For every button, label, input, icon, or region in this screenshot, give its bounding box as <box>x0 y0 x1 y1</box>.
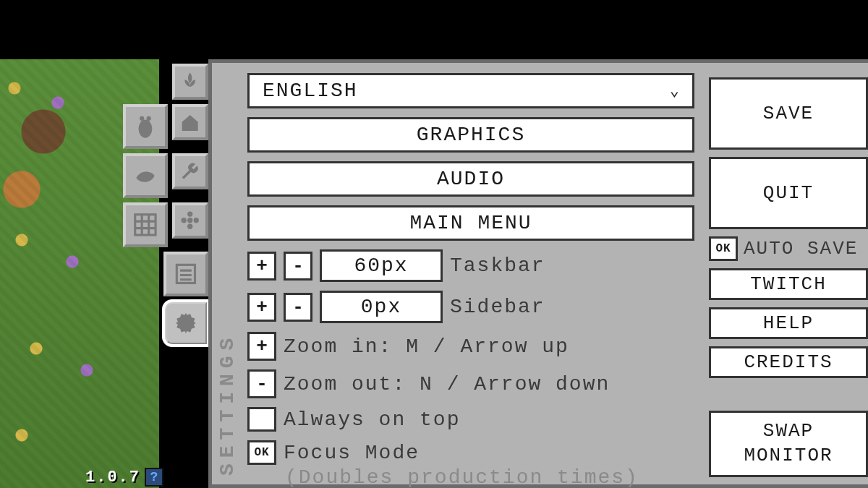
swap-monitor-button[interactable]: SWAP MONITOR <box>709 411 868 477</box>
svg-point-0 <box>139 120 153 138</box>
svg-point-1 <box>140 116 144 121</box>
sidebar-label: Sidebar <box>450 296 545 318</box>
swap-monitor-line2: MONITOR <box>744 444 833 468</box>
language-selected: ENGLISH <box>263 80 358 102</box>
focus-mode-note: (Doubles production times) <box>247 466 694 488</box>
taskbar-label: Taskbar <box>450 254 545 277</box>
twitch-button[interactable]: TWITCH <box>709 268 868 300</box>
taskbar-minus-button[interactable]: - <box>284 252 312 281</box>
panel-right-column: SAVE QUIT OK AUTO SAVE TWITCH HELP CREDI… <box>702 63 868 484</box>
sidebar-icon-column <box>107 64 208 481</box>
svg-point-6 <box>187 224 192 229</box>
flower-icon[interactable] <box>172 202 208 239</box>
bird-icon[interactable] <box>123 153 168 198</box>
svg-point-4 <box>187 218 192 223</box>
zoom-in-button[interactable]: + <box>247 332 276 361</box>
save-button[interactable]: SAVE <box>709 77 868 150</box>
taskbar-value: 60px <box>320 249 443 282</box>
auto-save-checkbox[interactable]: OK <box>709 236 738 261</box>
always-on-top-row: OK Always on top <box>247 407 694 432</box>
sidebar-plus-button[interactable]: + <box>247 293 276 322</box>
zoom-in-row: + Zoom in: M / Arrow up <box>247 332 694 361</box>
zoom-in-label: Zoom in: M / Arrow up <box>284 335 569 358</box>
auto-save-row: OK AUTO SAVE <box>709 236 868 261</box>
gear-icon[interactable] <box>163 301 208 346</box>
focus-mode-checkbox[interactable]: OK <box>247 440 276 465</box>
svg-point-7 <box>182 218 187 223</box>
sidebar-value: 0px <box>320 291 443 323</box>
focus-mode-row: OK Focus Mode <box>247 440 694 465</box>
zoom-out-button[interactable]: - <box>247 369 276 398</box>
zoom-out-row: - Zoom out: N / Arrow down <box>247 369 694 398</box>
list-icon[interactable] <box>163 252 208 296</box>
always-on-top-checkbox[interactable]: OK <box>247 407 276 432</box>
zoom-out-label: Zoom out: N / Arrow down <box>284 373 610 395</box>
svg-point-2 <box>147 116 151 121</box>
graphics-button[interactable]: GRAPHICS <box>247 117 694 153</box>
help-button[interactable]: HELP <box>709 307 868 339</box>
auto-save-label: AUTO SAVE <box>744 238 858 260</box>
taskbar-plus-button[interactable]: + <box>247 252 276 281</box>
grid-icon[interactable] <box>123 202 168 247</box>
language-dropdown[interactable]: ENGLISH ⌄ <box>247 73 694 108</box>
panel-title: SETTINGS <box>212 325 240 484</box>
wrench-icon[interactable] <box>172 153 208 189</box>
svg-point-5 <box>187 212 192 217</box>
svg-point-8 <box>194 218 199 223</box>
sidebar-row: + - 0px Sidebar <box>247 291 694 323</box>
chevron-down-icon: ⌄ <box>670 81 681 100</box>
focus-mode-label: Focus Mode <box>284 442 420 464</box>
taskbar-row: + - 60px Taskbar <box>247 249 694 282</box>
plant-icon[interactable] <box>172 64 208 100</box>
settings-panel: SETTINGS ENGLISH ⌄ GRAPHICS AUDIO MAIN M… <box>208 59 868 488</box>
audio-button[interactable]: AUDIO <box>247 161 694 197</box>
bee-icon[interactable] <box>123 104 168 149</box>
main-menu-button[interactable]: MAIN MENU <box>247 205 694 241</box>
swap-monitor-line1: SWAP <box>763 419 814 444</box>
sidebar-minus-button[interactable]: - <box>284 293 312 322</box>
panel-main-column: ENGLISH ⌄ GRAPHICS AUDIO MAIN MENU + - 6… <box>240 63 702 484</box>
svg-rect-3 <box>135 215 156 235</box>
always-on-top-label: Always on top <box>284 408 460 431</box>
quit-button[interactable]: QUIT <box>709 157 868 229</box>
barn-icon[interactable] <box>172 104 208 140</box>
credits-button[interactable]: CREDITS <box>709 346 868 378</box>
